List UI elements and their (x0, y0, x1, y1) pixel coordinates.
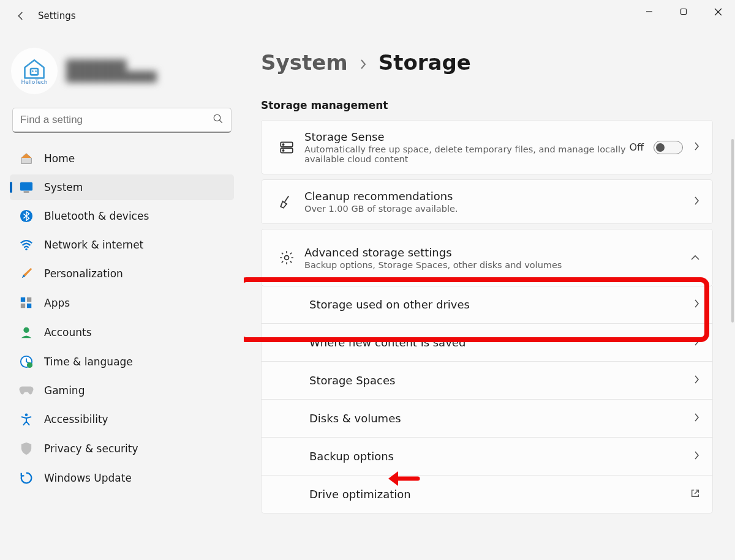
svg-point-6 (35, 70, 36, 72)
chevron-up-icon (690, 252, 700, 264)
storage-sense-card: Storage Sense Automatically free up spac… (261, 120, 713, 174)
chevron-right-icon (693, 141, 700, 154)
minimize-button[interactable] (632, 0, 666, 23)
advanced-storage-row[interactable]: Advanced storage settings Backup options… (262, 230, 712, 286)
sidebar-item-label: Gaming (44, 384, 85, 397)
subitem-disks-volumes[interactable]: Disks & volumes (262, 400, 712, 438)
subitem-label: Storage used on other drives (309, 298, 693, 311)
svg-rect-9 (20, 182, 32, 191)
accessibility-icon (17, 413, 36, 426)
paintbrush-icon (17, 267, 36, 280)
svg-point-5 (32, 70, 33, 72)
scrollbar[interactable] (731, 139, 734, 323)
sidebar-item-label: Windows Update (44, 472, 132, 484)
sidebar-item-home[interactable]: Home (10, 145, 234, 172)
storage-sense-toggle[interactable] (654, 141, 683, 154)
svg-point-19 (27, 362, 32, 368)
shield-icon (17, 442, 36, 455)
section-header: Storage management (261, 99, 713, 111)
row-title: Storage Sense (304, 130, 629, 143)
back-button[interactable] (13, 9, 28, 23)
svg-point-17 (23, 327, 29, 333)
sidebar-item-label: Bluetooth & devices (44, 210, 149, 222)
svg-point-20 (25, 413, 28, 416)
subitem-label: Backup options (309, 450, 693, 463)
sidebar-item-privacy[interactable]: Privacy & security (10, 435, 234, 462)
svg-point-7 (214, 114, 221, 121)
main-panel: System Storage Storage management Storag… (244, 32, 735, 560)
external-link-icon (690, 488, 700, 501)
sidebar-item-bluetooth[interactable]: Bluetooth & devices (10, 203, 234, 230)
subitem-drive-optimization[interactable]: Drive optimization (262, 476, 712, 513)
chevron-right-icon (693, 450, 700, 463)
svg-rect-10 (23, 191, 29, 192)
svg-rect-1 (681, 9, 687, 15)
sidebar: HelloTech ████████████████████ Home Syst (0, 32, 244, 560)
sidebar-item-update[interactable]: Windows Update (10, 465, 234, 491)
advanced-storage-subitems: Storage used on other drives Where new c… (261, 286, 713, 513)
maximize-button[interactable] (666, 0, 701, 23)
svg-point-12 (25, 248, 27, 250)
subitem-label: Storage Spaces (309, 374, 693, 387)
row-subtitle: Over 1.00 GB of storage available. (304, 204, 693, 214)
close-button[interactable] (701, 0, 735, 23)
row-subtitle: Automatically free up space, delete temp… (304, 144, 629, 164)
storage-icon (274, 140, 300, 155)
breadcrumb-current: Storage (379, 50, 471, 75)
sidebar-item-label: System (44, 181, 83, 193)
sidebar-item-label: Accessibility (44, 413, 108, 425)
subitem-new-content-saved[interactable]: Where new content is saved (262, 324, 712, 362)
avatar-caption: HelloTech (21, 79, 48, 85)
profile-name: ████████████████████ (66, 59, 157, 83)
sidebar-item-label: Personalization (44, 267, 123, 280)
chevron-right-icon (693, 375, 700, 387)
sidebar-item-apps[interactable]: Apps (10, 289, 234, 316)
sidebar-item-system[interactable]: System (10, 174, 234, 200)
chevron-right-icon (359, 56, 368, 73)
person-icon (17, 326, 36, 339)
search-box[interactable] (12, 108, 232, 133)
svg-point-23 (283, 144, 284, 145)
cleanup-row[interactable]: Cleanup recommendations Over 1.00 GB of … (262, 180, 712, 223)
sidebar-item-time[interactable]: Time & language (10, 348, 234, 375)
svg-point-24 (283, 149, 284, 151)
sidebar-item-label: Network & internet (44, 239, 143, 251)
sidebar-item-gaming[interactable]: Gaming (10, 378, 234, 403)
subitem-label: Where new content is saved (309, 336, 693, 349)
broom-icon (274, 194, 300, 210)
sidebar-item-network[interactable]: Network & internet (10, 232, 234, 258)
svg-line-8 (219, 120, 222, 123)
sidebar-item-accounts[interactable]: Accounts (10, 319, 234, 346)
chevron-right-icon (693, 337, 700, 349)
profile-block[interactable]: HelloTech ████████████████████ (10, 47, 234, 95)
title-bar: Settings (0, 0, 735, 32)
search-icon (213, 113, 224, 127)
chevron-right-icon (693, 413, 700, 425)
advanced-storage-card: Advanced storage settings Backup options… (261, 229, 713, 286)
chevron-right-icon (693, 299, 700, 311)
breadcrumb-parent[interactable]: System (261, 50, 348, 75)
row-subtitle: Backup options, Storage Spaces, other di… (304, 260, 690, 270)
subitem-label: Drive optimization (309, 488, 690, 501)
svg-rect-14 (27, 297, 31, 302)
subitem-backup-options[interactable]: Backup options (262, 438, 712, 476)
sidebar-item-personalization[interactable]: Personalization (10, 260, 234, 287)
wifi-icon (17, 239, 36, 251)
storage-sense-row[interactable]: Storage Sense Automatically free up spac… (262, 121, 712, 174)
update-icon (17, 471, 36, 485)
cleanup-card: Cleanup recommendations Over 1.00 GB of … (261, 179, 713, 224)
subitem-storage-spaces[interactable]: Storage Spaces (262, 362, 712, 400)
sidebar-item-label: Apps (44, 297, 70, 309)
row-title: Advanced storage settings (304, 246, 690, 259)
search-input[interactable] (20, 114, 213, 126)
sidebar-item-label: Home (44, 152, 75, 165)
sidebar-item-label: Privacy & security (44, 442, 138, 455)
system-icon (17, 181, 36, 193)
svg-point-25 (285, 256, 289, 260)
subitem-storage-other-drives[interactable]: Storage used on other drives (262, 286, 712, 324)
sidebar-item-accessibility[interactable]: Accessibility (10, 406, 234, 433)
gear-icon (274, 250, 300, 266)
chevron-right-icon (693, 196, 700, 208)
svg-rect-4 (31, 69, 38, 75)
apps-icon (17, 296, 36, 310)
